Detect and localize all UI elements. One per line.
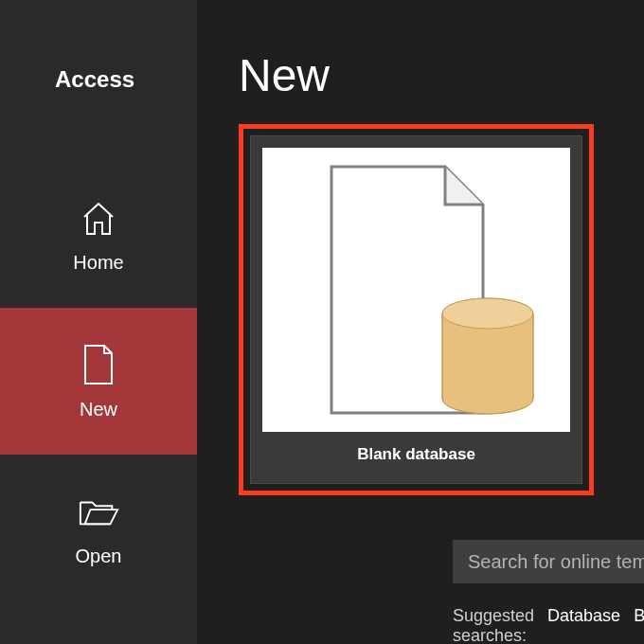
template-thumbnail [262,148,570,432]
page-title: New [239,49,644,101]
app-title: Access [0,66,197,93]
suggested-link-database[interactable]: Database [547,606,620,626]
sidebar-item-home[interactable]: Home [0,161,197,308]
home-icon [78,195,119,241]
template-blank-database[interactable]: Blank database [250,135,582,484]
sidebar-item-label: Open [76,546,122,567]
sidebar-item-new[interactable]: New [0,308,197,455]
suggested-link-business[interactable]: Business [634,606,644,626]
sidebar-item-open[interactable]: Open [0,455,197,601]
open-folder-icon [78,489,119,534]
suggested-label: Suggested searches: [453,606,534,644]
sidebar-item-label: New [80,399,117,420]
suggested-searches: Suggested searches: Database Business Lo… [453,606,644,644]
search-row [453,540,644,583]
template-label: Blank database [251,432,581,483]
main-content: New [197,0,644,644]
sidebar-item-label: Home [73,252,123,274]
highlight-box: Blank database [239,124,594,495]
search-input[interactable] [453,540,644,583]
svg-point-2 [442,298,533,329]
new-file-icon [78,342,119,387]
sidebar: Access Home New Open [0,0,197,644]
